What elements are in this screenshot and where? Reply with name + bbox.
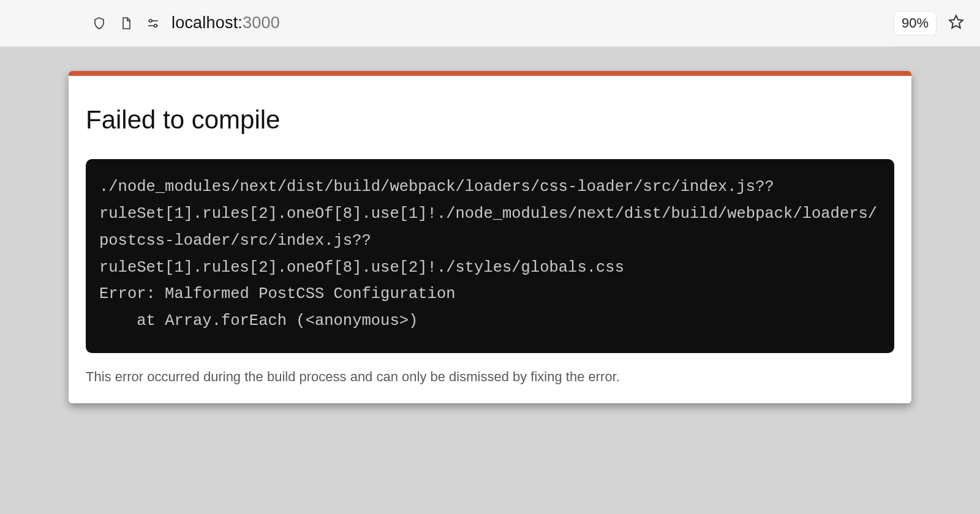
zoom-level[interactable]: 90% — [894, 12, 936, 35]
shield-icon[interactable] — [91, 15, 108, 32]
tune-icon[interactable] — [145, 15, 162, 32]
address-host: localhost: — [172, 13, 243, 32]
address-text[interactable]: localhost:3000 — [172, 13, 280, 32]
url-bar[interactable]: localhost:3000 — [0, 13, 894, 32]
error-card: Failed to compile ./node_modules/next/di… — [69, 71, 911, 403]
error-stack: ./node_modules/next/dist/build/webpack/l… — [86, 159, 894, 353]
error-footnote: This error occurred during the build pro… — [86, 369, 894, 385]
page-content: Failed to compile ./node_modules/next/di… — [0, 47, 980, 403]
address-port: 3000 — [243, 13, 280, 32]
svg-point-0 — [149, 19, 152, 21]
bookmark-star-icon[interactable] — [947, 13, 965, 34]
url-bar-container: localhost:3000 — [0, 0, 894, 47]
page-icon — [118, 15, 135, 32]
browser-chrome: localhost:3000 90% — [0, 0, 980, 47]
svg-point-3 — [154, 24, 157, 26]
error-title: Failed to compile — [86, 105, 894, 135]
